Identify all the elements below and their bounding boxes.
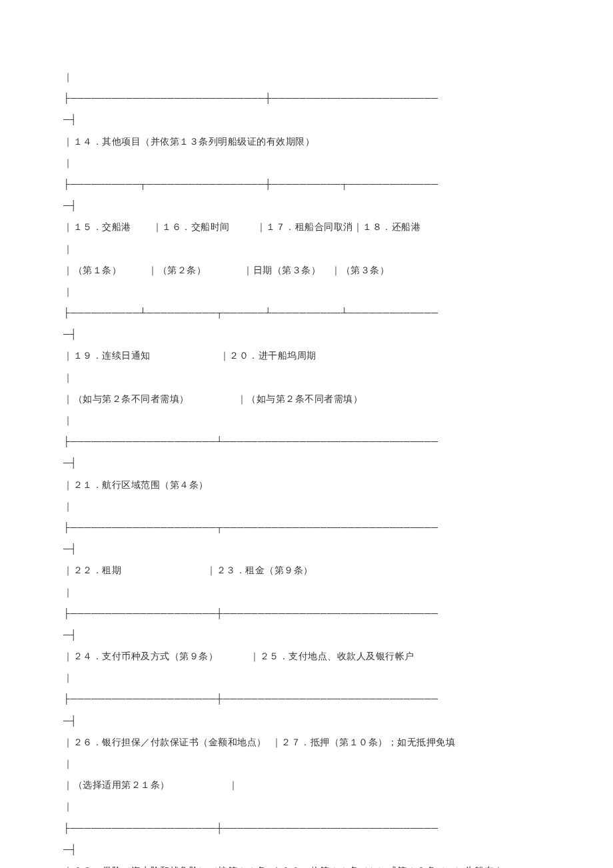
text-line: ─┤ [63,845,77,855]
text-line: ｜２１．航行区域范围（第４条） [63,480,209,490]
text-line: ｜ [63,501,73,511]
text-line: ｜（如与第２条不同者需填） ｜（如与第２条不同者需填） [63,394,362,404]
text-line: ├─────────────────────┼─────────────────… [63,823,438,833]
text-line: ｜（选择适用第２１条） ｜ [63,780,238,790]
text-line: ─┤ [63,329,77,339]
text-line: ｜ [63,415,73,425]
text-line: ｜ [63,587,73,597]
text-line: ｜ [63,287,73,297]
text-line: ｜１５．交船港 ｜１６．交船时间 ｜１７．租船合同取消｜１８．还船港 [63,222,420,232]
text-line: ├──────────┴──────────┬──────┴──────────… [63,308,438,318]
text-line: ｜ [63,373,73,383]
text-line: ─┤ [63,201,77,211]
text-line: ├─────────────────────┬─────────────────… [63,523,438,533]
text-line: ｜（第１条） ｜（第２条） ｜日期（第３条） ｜（第３条） [63,265,389,275]
text-line: ├─────────────────────┼─────────────────… [63,609,438,619]
text-line: ｜２６．银行担保／付款保证书（金额和地点） ｜２７．抵押（第１０条）；如无抵押免… [63,737,455,747]
text-line: ─┤ [63,544,77,554]
text-line: ─┤ [63,458,77,468]
text-line: ｜ [63,158,73,168]
text-line: ─┤ [63,630,77,640]
text-line: ─┤ [63,716,77,726]
text-line: ─┤ [63,115,77,125]
text-line: ｜ [63,801,73,811]
text-line: ├─────────────────────┴─────────────────… [63,437,438,447]
text-line: ├──────────┬─────────────────┼──────────… [63,179,438,189]
text-line: ｜１４．其他项目（并依第１３条列明船级证的有效期限） [63,137,314,147]
text-line: ｜ [63,673,73,683]
text-line: ├────────────────────────────┼──────────… [63,93,438,103]
text-line: ├─────────────────────┼─────────────────… [63,694,438,704]
document-page: ｜ ├────────────────────────────┼────────… [0,0,613,868]
text-line: ｜ [63,244,73,254]
text-line: ｜２２．租期 ｜２３．租金（第９条） [63,565,313,575]
text-line: ｜ [63,759,73,769]
text-line: ｜２４．支付币种及方式（第９条） ｜２５．支付地点、收款人及银行帐户 [63,651,414,661]
text-line: ｜ [63,72,73,82]
text-line: ｜１９．连续日通知 ｜２０．进干船坞周期 [63,351,316,361]
